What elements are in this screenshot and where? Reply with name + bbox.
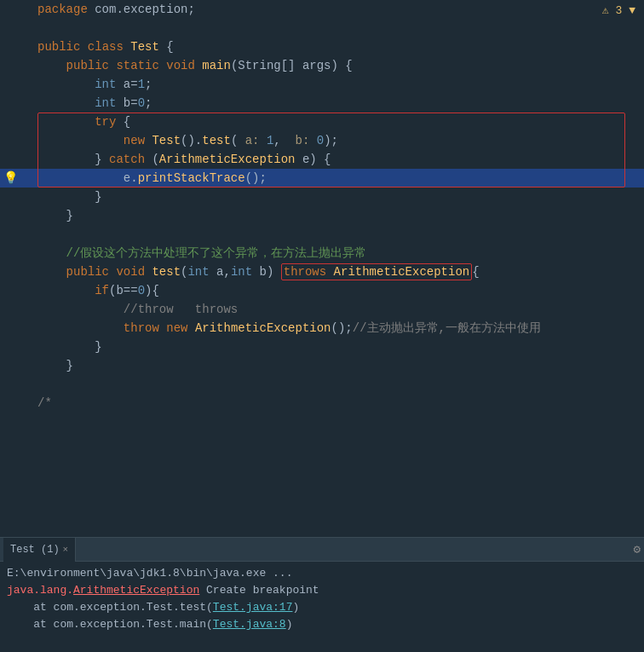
bulb-icon: 💡 bbox=[3, 169, 18, 188]
code-line-blank1 bbox=[0, 19, 644, 38]
panel-link-2[interactable]: Test.java:8 bbox=[213, 618, 286, 631]
bottom-panel: Test (1) × ⚙ E:\environment\java\jdk1.8\… bbox=[0, 537, 644, 652]
code-line-5: int a=1; bbox=[0, 75, 644, 94]
panel-tabs-bar: Test (1) × ⚙ bbox=[0, 538, 644, 562]
code-line-1: package com.exception; bbox=[0, 0, 644, 19]
code-line-19: } bbox=[0, 338, 644, 356]
code-line-17: //throw throws bbox=[0, 300, 644, 319]
panel-error-class: java.lang. bbox=[7, 584, 73, 597]
code-line-14: //假设这个方法中处理不了这个异常，在方法上抛出异常 bbox=[0, 244, 644, 263]
code-line-3: public class Test { bbox=[0, 38, 644, 56]
panel-line-1: E:\environment\java\jdk1.8\bin\java.exe … bbox=[7, 565, 637, 582]
code-line-22: /* bbox=[0, 394, 644, 413]
code-line-blank3 bbox=[0, 375, 644, 394]
panel-link-1[interactable]: Test.java:17 bbox=[213, 601, 293, 614]
editor-area: ⚠ 3 ▼ package com.exception; public clas… bbox=[0, 0, 644, 537]
code-line-8: new Test().test( a: 1, b: 0); bbox=[0, 131, 644, 150]
code-line-11: } bbox=[0, 188, 644, 206]
editor-container: ⚠ 3 ▼ package com.exception; public clas… bbox=[0, 0, 644, 652]
code-line-20: } bbox=[0, 356, 644, 375]
code-line-9: } catch (ArithmeticException e) { bbox=[0, 150, 644, 169]
code-line-6: int b=0; bbox=[0, 94, 644, 113]
code-line-12: } bbox=[0, 206, 644, 225]
panel-content: E:\environment\java\jdk1.8\bin\java.exe … bbox=[0, 562, 644, 637]
panel-tab-label: Test (1) bbox=[10, 544, 60, 556]
code-line-7: try { bbox=[0, 113, 644, 131]
code-line-15: public void test(int a,int b) throws Ari… bbox=[0, 263, 644, 281]
code-line-16: if(b==0){ bbox=[0, 281, 644, 300]
code-line-4: public static void main(String[] args) { bbox=[0, 56, 644, 75]
panel-line-4: at com.exception.Test.main(Test.java:8) bbox=[7, 616, 637, 633]
line-content-1: package com.exception; bbox=[34, 0, 644, 19]
code-line-10: 💡 e.printStackTrace(); bbox=[0, 169, 644, 188]
code-line-blank2 bbox=[0, 225, 644, 244]
panel-line-2: java.lang.ArithmeticException Create bre… bbox=[7, 582, 637, 599]
panel-tab-close[interactable]: × bbox=[63, 545, 69, 555]
panel-error-type: ArithmeticException bbox=[73, 584, 199, 597]
panel-gear-icon[interactable]: ⚙ bbox=[634, 542, 641, 557]
code-line-18: throw new ArithmeticException();//主动抛出异常… bbox=[0, 319, 644, 338]
panel-tab-test[interactable]: Test (1) × bbox=[3, 538, 76, 562]
panel-error-msg: Create breakpoint bbox=[199, 584, 319, 597]
panel-line-3: at com.exception.Test.test(Test.java:17) bbox=[7, 599, 637, 616]
